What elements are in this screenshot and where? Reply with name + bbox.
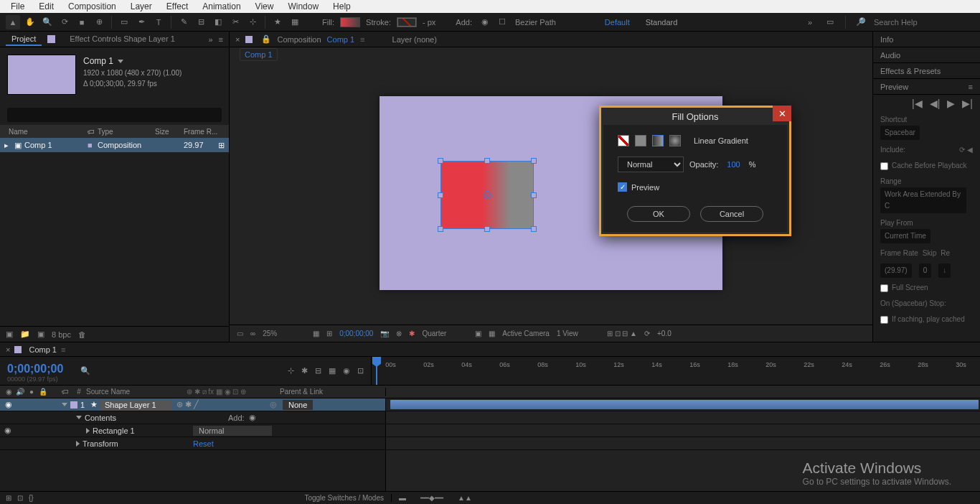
star-icon[interactable]: ★ (270, 15, 285, 29)
preview-checkbox[interactable]: ✓ (618, 182, 627, 192)
panel-audio[interactable]: Audio (873, 47, 980, 63)
col-name[interactable]: Name (4, 128, 83, 136)
resize-handle[interactable] (438, 226, 443, 232)
timeline-tab[interactable]: Comp 1 (29, 345, 57, 354)
if-caching-checkbox[interactable] (880, 316, 888, 324)
grid-icon[interactable]: ▦ (288, 15, 302, 29)
graph-editor-icon[interactable]: ⊡ (357, 366, 364, 375)
color-mgmt-icon[interactable]: ✱ (409, 330, 415, 337)
last-frame-icon[interactable]: ▶| (962, 98, 973, 109)
panel-effects-presets[interactable]: Effects & Presets (873, 63, 980, 79)
fill-type-none[interactable] (618, 135, 629, 146)
transparency-icon[interactable]: ▦ (489, 330, 495, 337)
menu-help[interactable]: Help (326, 1, 358, 11)
layer-transform[interactable]: Transform Reset (0, 437, 980, 450)
delete-icon[interactable]: 🗑 (78, 330, 86, 339)
menu-layer[interactable]: Layer (123, 1, 159, 11)
range-dropdown[interactable]: Work Area Extended By C (880, 187, 966, 213)
zoom-level[interactable]: 25% (263, 330, 277, 337)
resize-handle[interactable] (484, 158, 490, 164)
resize-handle[interactable] (438, 158, 443, 164)
timeline-search-icon[interactable]: 🔍 (80, 366, 90, 375)
exposure-value[interactable]: +0.0 (657, 330, 672, 337)
viewer-tab-composition[interactable]: Composition (277, 35, 321, 44)
project-search[interactable] (7, 108, 222, 122)
zoom-slider[interactable]: ━━◆━━ (420, 494, 443, 502)
workspace-default[interactable]: Default (605, 18, 630, 27)
close-button[interactable]: ✕ (773, 106, 791, 121)
blend-mode-select[interactable]: Normal (618, 157, 684, 172)
bpc-toggle[interactable]: 8 bpc (52, 330, 71, 339)
parent-dropdown[interactable]: None (283, 400, 313, 410)
cancel-button[interactable]: Cancel (700, 206, 763, 222)
footer-icon-2[interactable]: ⊡ (17, 494, 23, 502)
col-audio-icon[interactable]: 🔊 (16, 388, 24, 396)
magnification-icon[interactable]: ▭ (237, 330, 243, 337)
menu-window[interactable]: Window (281, 1, 326, 11)
include-icons[interactable]: ⟳ ◀ (959, 144, 973, 156)
fullscreen-checkbox[interactable] (880, 284, 888, 292)
timeline-timecode[interactable]: 0;00;00;00 (0, 360, 70, 375)
fill-type-linear[interactable] (652, 135, 664, 146)
panel-menu-icon[interactable]: ≡ (219, 35, 223, 44)
camera-tool-icon[interactable]: ■ (75, 15, 89, 29)
comp-thumbnail[interactable] (7, 55, 76, 95)
roto-tool-icon[interactable]: ✂ (228, 15, 242, 29)
overflow-icon[interactable]: » (803, 15, 817, 29)
footer-icon-3[interactable]: {} (29, 494, 34, 502)
orbit-tool-icon[interactable]: ⟳ (57, 15, 72, 29)
col-source-name[interactable]: Source Name (86, 388, 187, 396)
layer-shape-layer-1[interactable]: ◉ 1 ★ Shape Layer 1 ⊛ ✱ ╱ ◎ None (0, 398, 980, 411)
panel-info[interactable]: Info (873, 32, 980, 47)
toggle-switches[interactable]: Toggle Switches / Modes (304, 494, 384, 502)
panel-preview[interactable]: Preview≡ (873, 79, 980, 95)
shy-icon[interactable]: ⊟ (315, 366, 321, 375)
rectangle-tool-icon[interactable]: ▭ (117, 15, 131, 29)
layer-duration-bar[interactable] (390, 400, 979, 409)
draft-3d-icon[interactable]: ✱ (301, 366, 308, 375)
shape-layer-rect[interactable] (440, 161, 534, 229)
panel-overflow-icon[interactable]: » (208, 35, 212, 44)
new-comp-icon[interactable]: ▣ (37, 330, 44, 339)
blend-mode-dropdown[interactable]: Normal (193, 426, 272, 436)
viewer-tab-comp-name[interactable]: Comp 1 (327, 35, 355, 44)
new-folder-icon[interactable]: 📁 (20, 330, 30, 339)
resize-handle[interactable] (531, 226, 537, 232)
menu-edit[interactable]: Edit (32, 1, 61, 11)
col-type[interactable]: Type (93, 128, 151, 136)
opacity-value[interactable]: 100 (727, 160, 740, 169)
cache-checkbox[interactable] (880, 162, 888, 170)
menu-composition[interactable]: Composition (61, 1, 123, 11)
region-icon[interactable]: ▣ (475, 330, 481, 337)
play-from-dropdown[interactable]: Current Time (880, 229, 930, 243)
camera-dropdown[interactable]: Active Camera (502, 330, 550, 337)
exposure-icon[interactable]: ⟳ (644, 330, 650, 337)
skip-dropdown[interactable]: 0 (919, 263, 932, 278)
fill-type-radial[interactable] (669, 135, 681, 146)
tab-project[interactable]: Project (6, 33, 42, 46)
workspace-standard[interactable]: Standard (646, 18, 678, 27)
brush-tool-icon[interactable]: ✎ (176, 15, 191, 29)
viewer-tab-layer[interactable]: Layer (none) (392, 35, 437, 44)
search-icon[interactable]: 🔎 (854, 15, 868, 29)
fill-swatch[interactable] (340, 17, 360, 27)
snapshot-icon[interactable]: 📷 (380, 330, 389, 337)
reset-link[interactable]: Reset (193, 439, 214, 448)
search-help-input[interactable] (874, 18, 974, 27)
first-frame-icon[interactable]: |◀ (912, 98, 923, 109)
quality-dropdown[interactable]: Quarter (422, 330, 446, 337)
col-frame-rate[interactable]: Frame R... (179, 128, 222, 136)
menu-file[interactable]: File (4, 1, 32, 11)
comp-mini-flowchart-icon[interactable]: ⊹ (288, 366, 294, 375)
menu-animation[interactable]: Animation (195, 1, 248, 11)
resolution-icon[interactable]: ▦ (313, 330, 319, 337)
menu-effect[interactable]: Effect (159, 1, 195, 11)
resize-handle[interactable] (484, 226, 490, 232)
channel-icon[interactable]: ⊗ (396, 330, 402, 337)
viewer-time[interactable]: 0;00;00;00 (339, 330, 373, 337)
zoom-in-icon[interactable]: ▲▲ (458, 494, 472, 502)
selection-tool-icon[interactable]: ▲ (6, 15, 20, 29)
col-size[interactable]: Size (151, 128, 179, 136)
resize-handle[interactable] (531, 192, 537, 198)
anchor-point-icon[interactable] (483, 191, 491, 200)
